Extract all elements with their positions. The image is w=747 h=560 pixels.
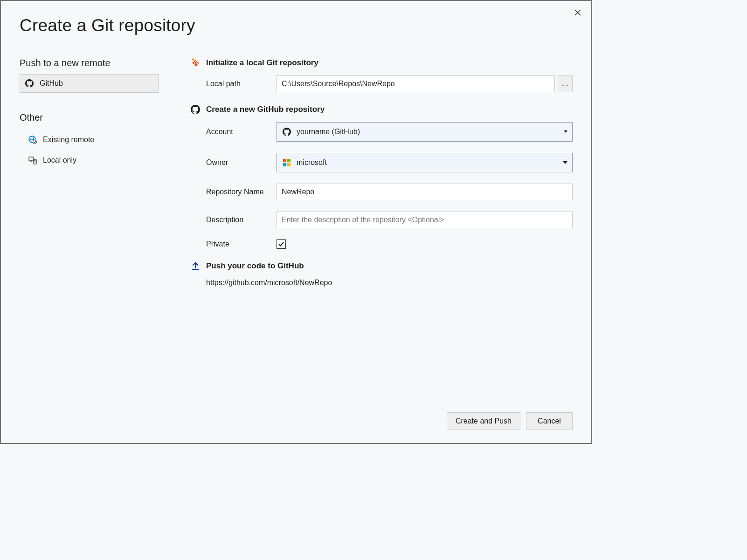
owner-value: microsoft [297, 158, 327, 167]
svg-point-5 [33, 140, 37, 144]
repo-name-label: Repository Name [190, 188, 277, 196]
sidebar-item-label: Existing remote [43, 136, 94, 144]
page-title: Create a Git repository [20, 16, 573, 35]
sidebar-item-github[interactable]: GitHub [20, 74, 159, 93]
dialog-window: Create a Git repository Push to a new re… [0, 0, 592, 444]
github-icon [25, 79, 34, 88]
repo-name-input[interactable] [277, 184, 573, 200]
account-dropdown[interactable]: yourname (GitHub) [277, 122, 573, 142]
account-value: yourname (GitHub) [297, 128, 360, 136]
private-checkbox[interactable] [277, 239, 286, 249]
owner-label: Owner [190, 158, 277, 167]
sidebar-item-label: GitHub [40, 79, 63, 88]
section-initialize: Initialize a local Git repository Local … [190, 58, 573, 92]
push-url: https://github.com/microsoft/NewRepo [190, 279, 573, 287]
svg-rect-17 [287, 159, 290, 162]
github-icon [282, 127, 292, 137]
browse-button[interactable]: ... [558, 75, 573, 92]
owner-dropdown[interactable]: microsoft [277, 153, 573, 172]
sidebar-other-heading: Other [20, 112, 159, 123]
private-label: Private [190, 240, 277, 248]
svg-rect-18 [283, 163, 286, 166]
create-push-button[interactable]: Create and Push [447, 412, 520, 430]
close-button[interactable] [573, 7, 583, 18]
description-label: Description [190, 216, 277, 224]
push-upload-icon [190, 261, 201, 271]
main-panel: Initialize a local Git repository Local … [190, 58, 573, 299]
section-heading: Initialize a local Git repository [206, 58, 318, 68]
chevron-down-icon [564, 130, 567, 133]
svg-rect-16 [283, 159, 286, 162]
svg-rect-6 [29, 157, 34, 161]
sidebar-item-local-only[interactable]: Local only [23, 151, 159, 170]
globe-remote-icon [28, 135, 37, 144]
sidebar-push-heading: Push to a new remote [20, 58, 159, 68]
check-icon [278, 241, 284, 247]
git-init-icon [190, 58, 201, 68]
sidebar: Push to a new remote GitHub Other [20, 58, 159, 299]
local-path-label: Local path [190, 80, 277, 88]
account-label: Account [190, 128, 277, 136]
section-create-github: Create a new GitHub repository Account y… [190, 104, 573, 249]
description-input[interactable] [277, 212, 573, 228]
sidebar-item-existing-remote[interactable]: Existing remote [23, 130, 159, 149]
chevron-down-icon [563, 161, 567, 164]
close-icon [574, 9, 581, 16]
content-columns: Push to a new remote GitHub Other [20, 58, 573, 299]
section-push: Push your code to GitHub https://github.… [190, 261, 573, 287]
local-computer-icon [28, 156, 37, 165]
svg-rect-19 [287, 163, 290, 166]
section-heading: Create a new GitHub repository [206, 105, 325, 114]
cancel-button[interactable]: Cancel [526, 412, 573, 430]
section-heading: Push your code to GitHub [206, 261, 304, 271]
local-path-input[interactable] [277, 75, 555, 92]
dialog-footer: Create and Push Cancel [447, 412, 573, 430]
sidebar-item-label: Local only [43, 156, 76, 164]
microsoft-logo-icon [282, 157, 292, 168]
github-icon [190, 104, 201, 115]
